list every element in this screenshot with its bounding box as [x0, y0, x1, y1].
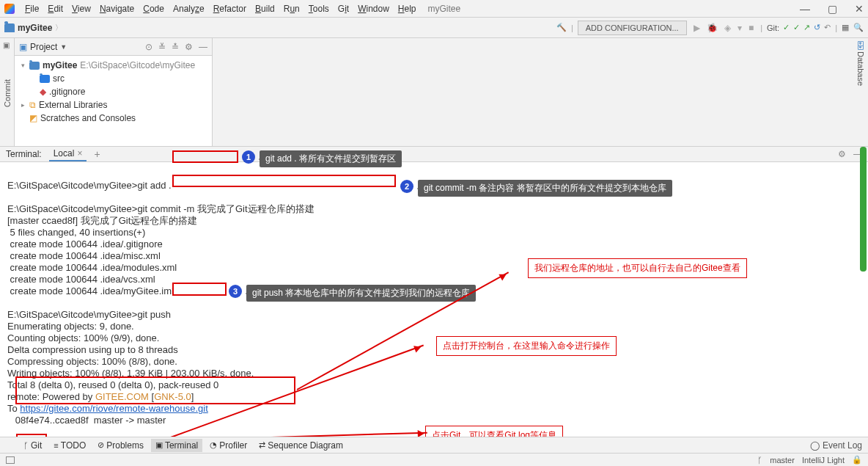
annotation-badge-1: 1	[242, 150, 255, 164]
minimize-button[interactable]: —	[800, 3, 810, 15]
menu-view[interactable]: View	[67, 2, 95, 15]
expand-all-icon[interactable]: ≚	[158, 42, 166, 52]
annotation-badge-2: 2	[400, 180, 413, 193]
tree-root[interactable]: ▾ myGitee E:\GitSpace\Gitcode\myGitee	[19, 59, 207, 72]
left-tool-rail: ▣ Commit	[0, 38, 15, 146]
bottom-problems-button[interactable]: ⊘Problems	[93, 439, 148, 452]
project-panel-title[interactable]: Project	[30, 42, 57, 52]
menu-tools[interactable]: Tools	[304, 2, 334, 15]
status-tool-icon[interactable]	[6, 456, 15, 464]
coverage-icon[interactable]: ◈	[724, 23, 731, 33]
event-log-icon: ◯	[810, 440, 820, 451]
bottom-tool-bar: ᚴGit ≡TODO ⊘Problems ▣Terminal ◔Profiler…	[0, 437, 868, 453]
gitignore-file-icon: ◆	[40, 87, 46, 97]
menu-git[interactable]: Git	[334, 2, 353, 15]
menu-window[interactable]: Window	[353, 2, 394, 15]
bottom-todo-button[interactable]: ≡TODO	[49, 439, 90, 452]
menu-navigate[interactable]: Navigate	[95, 2, 139, 15]
run-icon[interactable]: ▶	[694, 23, 700, 33]
bottom-sequence-button[interactable]: ⇄Sequence Diagram	[254, 439, 347, 452]
search-icon[interactable]: ▦	[842, 23, 849, 32]
annotation-tooltip-3: git push 将本地仓库中的所有文件提交到我们的远程仓库	[246, 285, 476, 302]
bottom-git-button[interactable]: ᚴGit	[19, 439, 46, 452]
project-tool-icon-small: ▣	[19, 42, 27, 52]
annotation-tooltip-1: git add . 将所有文件提交到暂存区	[260, 150, 402, 167]
commit-tool-tab[interactable]: Commit	[3, 79, 12, 107]
folder-icon	[4, 23, 15, 32]
add-configuration-button[interactable]: ADD CONFIGURATION...	[578, 21, 687, 35]
close-button[interactable]: ✕	[855, 3, 864, 15]
terminal-label: Terminal:	[6, 149, 42, 159]
git-branch-icon: ᚴ	[757, 456, 762, 465]
chevron-down-icon[interactable]: ▼	[60, 43, 67, 51]
annotation-tooltip-2: git commit -m 备注内容 将暂存区中的所有文件提交到本地仓库	[418, 180, 672, 197]
menu-help[interactable]: Help	[394, 2, 421, 15]
terminal-icon: ▣	[155, 440, 163, 450]
terminal-tab-bar: Terminal: Local× + ⚙ —	[0, 146, 868, 162]
callout-remote-url: 我们远程仓库的地址，也可以自行去自己的Gitee查看	[528, 258, 747, 278]
status-ide-theme[interactable]: IntelliJ Light	[802, 456, 845, 465]
vcs-update-icon[interactable]: ✓	[783, 23, 790, 32]
editor-area	[213, 38, 868, 146]
git-branch-icon: ᚴ	[23, 441, 29, 450]
callout-terminal: 点击打开控制台，在这里输入命令进行操作	[436, 336, 617, 356]
profiler-icon: ◔	[210, 440, 217, 450]
debug-icon[interactable]: 🐞	[707, 23, 718, 33]
menu-build[interactable]: Build	[251, 2, 279, 15]
tree-external-libs[interactable]: ▸⧉ External Libraries	[19, 98, 207, 112]
breadcrumb[interactable]: myGitee 〉	[4, 23, 62, 33]
bottom-terminal-button[interactable]: ▣Terminal	[151, 439, 202, 452]
project-tree[interactable]: ▾ myGitee E:\GitSpace\Gitcode\myGitee sr…	[15, 56, 212, 146]
todo-icon: ≡	[54, 441, 58, 450]
main-area: ▣ Commit ▣ Project ▼ ⊙ ≚ ≛ ⚙ — ▾ myGitee…	[0, 38, 868, 146]
vcs-push-icon[interactable]: ↗	[803, 23, 810, 32]
chevron-right-icon: 〉	[55, 23, 62, 33]
event-log-button[interactable]: ◯Event Log	[810, 440, 862, 451]
scratches-icon: ◩	[29, 113, 37, 123]
window-title: myGitee	[428, 4, 461, 14]
menu-run[interactable]: Run	[279, 2, 304, 15]
vcs-rollback-icon[interactable]: ↶	[824, 23, 831, 32]
status-bar: ᚴ master IntelliJ Light 🔒	[0, 453, 868, 466]
run-controls: ▶ 🐞 ◈ ▾ ■	[691, 23, 757, 33]
database-tool-tab[interactable]: Database	[856, 51, 865, 86]
tree-gitignore[interactable]: ◆ .gitignore	[19, 85, 207, 98]
sequence-icon: ⇄	[259, 440, 265, 450]
annotation-badge-3: 3	[229, 285, 242, 298]
menu-analyze[interactable]: Analyze	[169, 2, 209, 15]
select-opened-icon[interactable]: ⊙	[145, 42, 152, 52]
menu-refactor[interactable]: Refactor	[209, 2, 251, 15]
status-branch[interactable]: master	[770, 456, 795, 465]
problems-icon: ⊘	[98, 440, 104, 450]
menu-code[interactable]: Code	[139, 2, 169, 15]
new-terminal-tab-button[interactable]: +	[94, 148, 100, 160]
build-icon[interactable]: 🔨	[556, 23, 567, 33]
bottom-profiler-button[interactable]: ◔Profiler	[205, 439, 251, 452]
menu-file[interactable]: File	[21, 2, 43, 15]
editor-scrollbar-marker	[860, 147, 867, 272]
maximize-button[interactable]: ▢	[828, 3, 837, 15]
right-tool-rail: 🗄 Database	[853, 38, 868, 126]
tree-src[interactable]: src	[19, 72, 207, 85]
terminal-gear-icon[interactable]: ⚙	[838, 149, 846, 159]
tree-scratches[interactable]: ◩ Scratches and Consoles	[19, 112, 207, 125]
folder-icon	[29, 62, 40, 70]
git-label: Git:	[767, 23, 779, 32]
source-folder-icon	[40, 75, 50, 83]
lock-icon[interactable]: 🔒	[852, 455, 862, 465]
library-icon: ⧉	[29, 100, 36, 110]
vcs-commit-icon[interactable]: ✓	[793, 23, 800, 32]
collapse-all-icon[interactable]: ≛	[172, 42, 179, 52]
project-tool-icon[interactable]: ▣	[3, 41, 12, 50]
close-tab-icon[interactable]: ×	[77, 148, 82, 159]
stop-icon[interactable]: ■	[749, 23, 754, 33]
database-icon: 🗄	[856, 41, 865, 51]
terminal-tab-local[interactable]: Local×	[49, 147, 87, 161]
settings-icon[interactable]: 🔍	[853, 23, 864, 32]
gear-icon[interactable]: ⚙	[185, 42, 193, 52]
menu-edit[interactable]: Edit	[43, 2, 67, 15]
project-panel-header: ▣ Project ▼ ⊙ ≚ ≛ ⚙ —	[15, 38, 212, 56]
vcs-history-icon[interactable]: ↺	[814, 23, 820, 32]
terminal-content[interactable]: E:\GitSpace\Gitcode\myGitee>git add . E:…	[0, 162, 868, 441]
hide-panel-icon[interactable]: —	[199, 42, 207, 52]
